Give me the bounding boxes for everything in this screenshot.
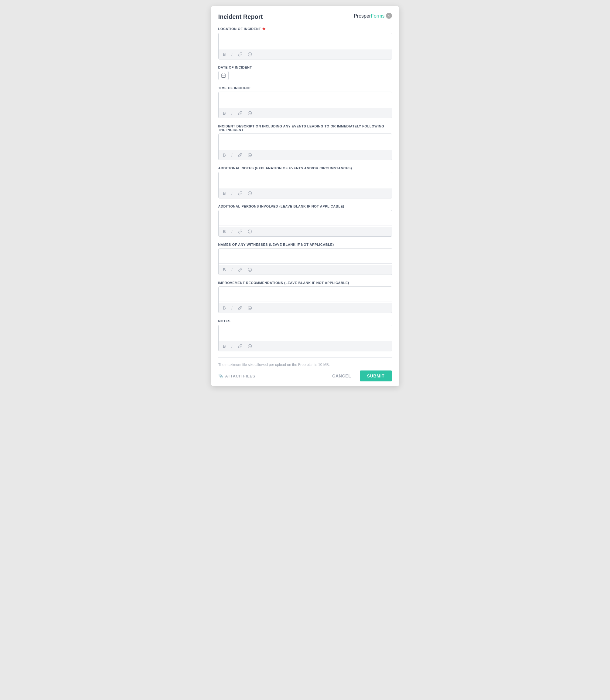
italic-btn-notes[interactable]: I [230, 343, 234, 349]
bold-btn-notes[interactable]: B [222, 343, 227, 349]
svg-rect-3 [222, 74, 225, 78]
link-btn-improvement[interactable] [237, 305, 243, 311]
toolbar-additional-notes: B I [219, 188, 392, 198]
input-notes[interactable] [219, 325, 392, 340]
brand-area: ProsperForms × [354, 13, 392, 19]
field-label-time: TIME OF INCIDENT [218, 86, 392, 90]
field-notes: NOTES B I [218, 319, 392, 351]
field-label-notes: NOTES [218, 319, 392, 323]
emoji-btn-notes[interactable] [246, 344, 253, 349]
link-btn-time[interactable] [237, 111, 243, 116]
input-time[interactable] [219, 92, 392, 107]
field-additional-notes: ADDITIONAL NOTES (EXPLANATION OF EVENTS … [218, 166, 392, 198]
emoji-btn-additional-persons[interactable] [246, 229, 253, 234]
bold-btn-improvement[interactable]: B [222, 305, 227, 311]
bold-btn-time[interactable]: B [222, 110, 227, 116]
link-btn-location[interactable] [237, 52, 243, 57]
date-picker-button[interactable] [218, 71, 229, 80]
footer-actions: 📎 ATTACH FILES CANCEL SUBMIT [218, 370, 392, 381]
input-improvement[interactable] [219, 287, 392, 302]
svg-point-10 [248, 153, 252, 157]
field-label-witnesses: NAMES OF ANY WITNESSES (LEAVE BLANK IF N… [218, 243, 392, 246]
bold-btn-location[interactable]: B [222, 51, 227, 57]
field-witnesses: NAMES OF ANY WITNESSES (LEAVE BLANK IF N… [218, 243, 392, 275]
bold-btn-witnesses[interactable]: B [222, 267, 227, 273]
cancel-button[interactable]: CANCEL [326, 370, 357, 381]
italic-btn-description[interactable]: I [230, 152, 234, 158]
svg-point-16 [248, 230, 252, 233]
field-location: LOCATION OF INCIDENT ★ B I [218, 27, 392, 60]
emoji-btn-witnesses[interactable] [246, 267, 253, 272]
field-label-additional-notes: ADDITIONAL NOTES (EXPLANATION OF EVENTS … [218, 166, 392, 170]
field-label-additional-persons: ADDITIONAL PERSONS INVOLVED (LEAVE BLANK… [218, 204, 392, 208]
toolbar-additional-persons: B I [219, 227, 392, 236]
editor-description: B I [218, 134, 392, 160]
svg-point-22 [248, 306, 252, 310]
close-icon: × [388, 14, 390, 18]
svg-point-13 [248, 191, 252, 195]
toolbar-witnesses: B I [219, 265, 392, 274]
emoji-btn-location[interactable] [246, 52, 253, 57]
required-star-location: ★ [262, 27, 266, 31]
field-label-location: LOCATION OF INCIDENT ★ [218, 27, 392, 31]
field-description: INCIDENT DESCRIPTION INCLUDING ANY EVENT… [218, 124, 392, 160]
input-witnesses[interactable] [219, 249, 392, 264]
svg-point-7 [248, 111, 252, 115]
editor-additional-notes: B I [218, 172, 392, 198]
action-buttons: CANCEL SUBMIT [326, 370, 392, 381]
modal: Incident Report ProsperForms × LOCATION … [211, 6, 399, 386]
bold-btn-additional-persons[interactable]: B [222, 229, 227, 235]
field-label-description: INCIDENT DESCRIPTION INCLUDING ANY EVENT… [218, 124, 392, 132]
italic-btn-additional-persons[interactable]: I [230, 229, 234, 235]
svg-point-0 [248, 52, 252, 56]
toolbar-location: B I [219, 49, 392, 59]
editor-notes: B I [218, 325, 392, 351]
calendar-icon [221, 73, 226, 78]
field-time: TIME OF INCIDENT B I [218, 86, 392, 118]
emoji-btn-time[interactable] [246, 111, 253, 116]
field-label-date: DATE OF INCIDENT [218, 66, 392, 69]
italic-btn-time[interactable]: I [230, 110, 234, 116]
footer: The maximum file size allowed per upload… [218, 357, 392, 386]
editor-improvement: B I [218, 286, 392, 313]
link-btn-witnesses[interactable] [237, 267, 243, 272]
italic-btn-additional-notes[interactable]: I [230, 190, 234, 196]
emoji-btn-additional-notes[interactable] [246, 190, 253, 196]
submit-button[interactable]: SUBMIT [360, 370, 392, 381]
link-btn-additional-notes[interactable] [237, 190, 243, 196]
editor-time: B I [218, 91, 392, 118]
input-description[interactable] [219, 134, 392, 149]
field-label-improvement: IMPROVEMENT RECOMMENDATIONS (LEAVE BLANK… [218, 281, 392, 285]
editor-additional-persons: B I [218, 210, 392, 237]
field-improvement: IMPROVEMENT RECOMMENDATIONS (LEAVE BLANK… [218, 281, 392, 313]
link-btn-additional-persons[interactable] [237, 229, 243, 234]
close-button[interactable]: × [386, 13, 392, 19]
editor-witnesses: B I [218, 248, 392, 275]
bold-btn-additional-notes[interactable]: B [222, 190, 227, 196]
emoji-btn-improvement[interactable] [246, 305, 253, 311]
editor-location: B I [218, 33, 392, 60]
link-btn-notes[interactable] [237, 344, 243, 349]
bold-btn-description[interactable]: B [222, 152, 227, 158]
field-additional-persons: ADDITIONAL PERSONS INVOLVED (LEAVE BLANK… [218, 204, 392, 237]
field-date: DATE OF INCIDENT [218, 66, 392, 80]
brand-prosper: Prosper [354, 13, 371, 19]
paperclip-icon: 📎 [218, 374, 224, 378]
input-location[interactable] [219, 33, 392, 48]
attach-files-button[interactable]: 📎 ATTACH FILES [218, 374, 255, 378]
svg-point-19 [248, 268, 252, 271]
emoji-btn-description[interactable] [246, 152, 253, 158]
italic-btn-witnesses[interactable]: I [230, 267, 234, 273]
input-additional-persons[interactable] [219, 210, 392, 226]
input-additional-notes[interactable] [219, 172, 392, 187]
toolbar-notes: B I [219, 341, 392, 351]
modal-header: Incident Report ProsperForms × [218, 13, 392, 20]
file-size-notice: The maximum file size allowed per upload… [218, 363, 392, 367]
toolbar-time: B I [219, 108, 392, 118]
svg-point-25 [248, 344, 252, 348]
italic-btn-improvement[interactable]: I [230, 305, 234, 311]
toolbar-improvement: B I [219, 303, 392, 313]
italic-btn-location[interactable]: I [230, 51, 234, 57]
link-btn-description[interactable] [237, 152, 243, 158]
form-title-text: Incident Report [218, 13, 263, 20]
